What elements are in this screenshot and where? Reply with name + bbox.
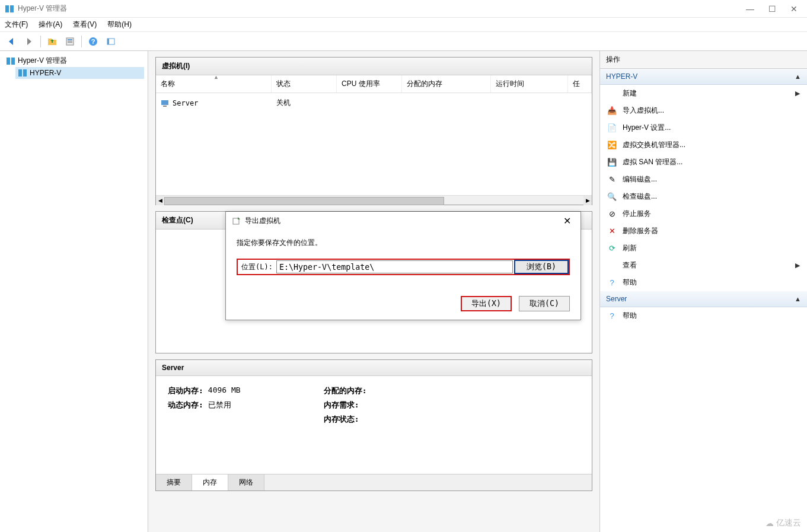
menu-help[interactable]: 帮助(H): [107, 20, 132, 30]
svg-text:?: ?: [91, 38, 95, 45]
action-edit-disk[interactable]: ✎编辑磁盘...: [600, 171, 807, 188]
window-title: Hyper-V 管理器: [18, 4, 746, 14]
vm-list-panel: 虚拟机(I) 名称▲ 状态 CPU 使用率 分配的内存 运行时间 任 Serve…: [155, 57, 592, 205]
svg-rect-11: [107, 39, 109, 44]
dyn-mem-value: 已禁用: [208, 400, 231, 410]
action-settings[interactable]: 📄Hyper-V 设置...: [600, 119, 807, 136]
dyn-mem-label: 动态内存:: [168, 400, 203, 410]
svg-rect-16: [161, 100, 168, 105]
col-name[interactable]: 名称▲: [156, 75, 272, 93]
dialog-close-button[interactable]: ✕: [560, 215, 575, 227]
close-button[interactable]: ✕: [790, 4, 798, 14]
col-cpu[interactable]: CPU 使用率: [337, 75, 402, 93]
vswitch-icon: 🔀: [607, 141, 617, 150]
collapse-icon: ▲: [795, 295, 801, 302]
actions-group-hyperv[interactable]: HYPER-V▲: [600, 69, 807, 85]
svg-rect-7: [68, 42, 72, 43]
cloud-icon: ☁: [765, 518, 774, 528]
action-refresh[interactable]: ⟳刷新: [600, 240, 807, 257]
boot-mem-value: 4096 MB: [208, 386, 241, 396]
scroll-right[interactable]: ▶: [583, 196, 592, 205]
vm-panel-title: 虚拟机(I): [156, 58, 592, 75]
menu-file[interactable]: 文件(F): [5, 20, 28, 30]
cancel-button[interactable]: 取消(C): [519, 296, 570, 311]
tree-node-hyperv[interactable]: HYPER-V: [15, 67, 144, 79]
action-view[interactable]: 查看▶: [600, 257, 807, 274]
vm-name: Server: [173, 99, 198, 107]
tab-summary[interactable]: 摘要: [156, 474, 192, 490]
tree-panel: Hyper-V 管理器 HYPER-V: [0, 51, 148, 532]
app-icon: [5, 4, 14, 14]
tree-root[interactable]: Hyper-V 管理器: [4, 55, 144, 67]
menu-view[interactable]: 查看(V): [73, 20, 97, 30]
menu-bar: 文件(F) 操作(A) 查看(V) 帮助(H): [0, 18, 807, 32]
dialog-titlebar[interactable]: 导出虚拟机 ✕: [226, 212, 580, 230]
action-help[interactable]: ?帮助: [600, 274, 807, 291]
settings-icon: 📄: [607, 123, 617, 133]
minimize-button[interactable]: —: [746, 4, 754, 14]
collapse-icon: ▲: [795, 73, 801, 80]
properties-icon[interactable]: [62, 34, 78, 49]
show-hide-icon[interactable]: [103, 34, 119, 49]
action-remove[interactable]: ✕删除服务器: [600, 222, 807, 240]
toolbar: ?: [0, 32, 807, 51]
svg-rect-13: [11, 58, 15, 65]
maximize-button[interactable]: ☐: [768, 4, 776, 14]
vm-state: 关机: [272, 95, 337, 110]
col-state[interactable]: 状态: [272, 75, 337, 93]
boot-mem-label: 启动内存:: [168, 386, 203, 396]
action-check-disk[interactable]: 🔍检查磁盘...: [600, 188, 807, 205]
export-button[interactable]: 导出(X): [461, 296, 512, 311]
detail-title: Server: [156, 360, 592, 376]
stop-icon: ⊘: [607, 209, 617, 219]
refresh-icon: ⟳: [607, 244, 617, 253]
action-help-server[interactable]: ?帮助: [600, 307, 807, 324]
actions-panel: 操作 HYPER-V▲ 新建▶ 📥导入虚拟机... 📄Hyper-V 设置...…: [599, 51, 807, 532]
svg-rect-5: [68, 39, 72, 40]
edit-disk-icon: ✎: [607, 175, 617, 184]
vsan-icon: 💾: [607, 158, 617, 167]
tree-root-label: Hyper-V 管理器: [18, 56, 67, 66]
vm-header-row: 名称▲ 状态 CPU 使用率 分配的内存 运行时间 任: [156, 75, 592, 93]
actions-group-server[interactable]: Server▲: [600, 291, 807, 307]
action-import[interactable]: 📥导入虚拟机...: [600, 102, 807, 119]
menu-action[interactable]: 操作(A): [39, 20, 62, 30]
export-dialog: 导出虚拟机 ✕ 指定你要保存文件的位置。 位置(L): 浏览(B) 导出(X) …: [225, 211, 581, 320]
watermark: ☁ 亿速云: [765, 518, 801, 528]
vm-icon: [161, 99, 169, 107]
svg-rect-15: [23, 69, 27, 77]
col-task[interactable]: 任: [568, 75, 592, 93]
forward-button[interactable]: [21, 34, 37, 49]
vm-row[interactable]: Server 关机: [156, 93, 592, 113]
horizontal-scrollbar[interactable]: ◀ ▶: [156, 195, 592, 205]
location-label: 位置(L):: [238, 260, 276, 274]
detail-tabs: 摘要 内存 网络: [156, 474, 592, 490]
location-input[interactable]: [276, 260, 513, 273]
assigned-mem-label: 分配的内存:: [324, 386, 367, 396]
col-mem[interactable]: 分配的内存: [402, 75, 491, 93]
up-folder-icon[interactable]: [44, 34, 60, 49]
col-runtime[interactable]: 运行时间: [491, 75, 568, 93]
tab-memory[interactable]: 内存: [192, 474, 228, 490]
action-vsan[interactable]: 💾虚拟 SAN 管理器...: [600, 154, 807, 171]
help-icon[interactable]: ?: [85, 34, 101, 49]
chevron-right-icon: ▶: [795, 262, 800, 269]
check-disk-icon: 🔍: [607, 192, 617, 202]
action-vswitch[interactable]: 🔀虚拟交换机管理器...: [600, 136, 807, 154]
dialog-title: 导出虚拟机: [245, 216, 560, 226]
svg-rect-17: [163, 106, 167, 107]
back-button[interactable]: [4, 34, 19, 49]
export-icon: [232, 216, 241, 225]
svg-rect-1: [10, 5, 14, 12]
svg-rect-6: [68, 41, 72, 42]
actions-title: 操作: [600, 51, 807, 69]
browse-button[interactable]: 浏览(B): [514, 260, 569, 274]
svg-rect-3: [48, 39, 52, 40]
mem-demand-label: 内存需求:: [324, 400, 359, 410]
scroll-left[interactable]: ◀: [156, 196, 164, 205]
action-stop[interactable]: ⊘停止服务: [600, 205, 807, 222]
help-icon: ?: [607, 311, 617, 321]
detail-panel: Server 启动内存:4096 MB 动态内存:已禁用 分配的内存: 内存需求…: [155, 359, 592, 491]
tab-network[interactable]: 网络: [228, 474, 264, 490]
action-new[interactable]: 新建▶: [600, 85, 807, 102]
